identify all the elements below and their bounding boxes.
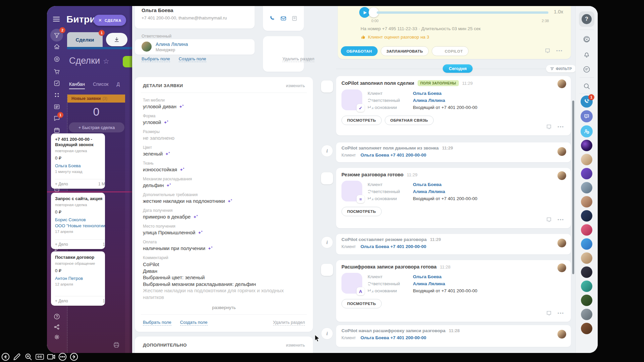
avatar[interactable] <box>557 147 566 156</box>
comment-icon[interactable] <box>544 48 551 54</box>
feedback-button[interactable]: ОБРАТНАЯ СВЯЗЬ <box>385 116 434 125</box>
avatar[interactable] <box>581 140 592 151</box>
copilot-button[interactable]: COPILOT <box>432 46 469 56</box>
responsible-link[interactable]: Алина Лялина <box>413 280 445 287</box>
avatar[interactable] <box>581 295 592 306</box>
chat-lines-icon[interactable] <box>581 64 592 75</box>
tasks-icon[interactable] <box>52 79 61 87</box>
more-icon[interactable] <box>58 352 67 361</box>
deal-contact-link[interactable]: Антон Петров <box>55 276 105 281</box>
avatar[interactable] <box>557 330 566 339</box>
pencil-icon[interactable] <box>12 352 21 361</box>
avatar[interactable] <box>581 238 592 250</box>
field-value[interactable]: угловой диван <box>143 104 176 109</box>
playback-speed[interactable]: 1.0x <box>554 9 563 14</box>
phone-icon[interactable] <box>269 15 276 22</box>
apps-icon[interactable] <box>52 90 61 99</box>
target-icon[interactable] <box>52 55 61 63</box>
timeline-scrollbar[interactable] <box>572 101 574 274</box>
cc-icon[interactable] <box>35 352 44 361</box>
gear-icon[interactable] <box>52 333 61 341</box>
more-menu-icon[interactable]: ••• <box>557 311 564 316</box>
telephony-button[interactable]: 1 <box>581 96 593 108</box>
add-todo-link[interactable]: + Дело <box>55 182 68 186</box>
deal-contact-link[interactable]: Борис Соколов <box>55 217 105 222</box>
avatar[interactable] <box>581 154 592 165</box>
timeline-filter-button[interactable]: ФИЛЬТР <box>546 65 576 72</box>
filter-icon[interactable]: 2 <box>50 29 63 42</box>
create-field-link[interactable]: Создать поле <box>180 320 208 325</box>
view-button[interactable]: ПОСМОТРЕТЬ <box>341 299 382 308</box>
view-button[interactable]: ПОСМОТРЕТЬ <box>341 116 382 125</box>
today-chip[interactable]: Сегодня <box>443 64 473 73</box>
avatar[interactable] <box>581 224 592 236</box>
printer-icon[interactable] <box>113 341 120 350</box>
delete-section-link[interactable]: Удалить раздел <box>282 56 314 62</box>
field-value[interactable]: примерно в декабре <box>143 214 191 220</box>
audio-track[interactable] <box>377 11 548 14</box>
cart-icon[interactable] <box>52 67 61 76</box>
home-icon[interactable] <box>52 42 61 51</box>
add-todo-link[interactable]: + Дело <box>55 299 68 303</box>
client-link[interactable]: Ольга Боева +7 401 200-00-00 <box>361 244 426 249</box>
avatar[interactable] <box>557 263 566 272</box>
kanban-column-header[interactable]: Новые заявки (3) <box>67 95 125 103</box>
add-todo-link[interactable]: + Дело <box>55 242 68 247</box>
avatar[interactable] <box>581 196 592 207</box>
deal-card[interactable]: Запрос с сайта, акция повторная сделка 0… <box>51 193 105 249</box>
close-icon[interactable]: ✕ <box>98 18 102 23</box>
avatar[interactable] <box>557 171 566 180</box>
edit-section-link[interactable]: изменить <box>286 83 305 88</box>
collapse-panel-button[interactable] <box>106 33 127 46</box>
avatar[interactable] <box>557 79 566 88</box>
favorite-star-icon[interactable]: ☆ <box>103 57 109 65</box>
avatar[interactable] <box>581 309 592 320</box>
deal-contact-link[interactable]: Ольга Боева <box>55 163 105 168</box>
person-status-button[interactable] <box>581 125 593 137</box>
field-value[interactable]: жесткие накладки на подлокотники <box>143 198 225 204</box>
back-icon[interactable] <box>1 352 10 361</box>
avatar[interactable] <box>581 252 592 264</box>
avatar[interactable] <box>581 168 592 179</box>
comment-icon[interactable] <box>546 310 552 316</box>
avatar[interactable] <box>581 266 592 278</box>
field-value[interactable]: угловой <box>143 119 161 125</box>
more-menu-icon[interactable]: ••• <box>557 217 564 222</box>
quick-deal-button[interactable]: + Быстрая сделка <box>69 122 124 132</box>
chat-icon[interactable]: 1 <box>52 114 61 122</box>
search-icon[interactable] <box>581 80 592 92</box>
bell-icon[interactable] <box>581 49 592 60</box>
processed-button[interactable]: ОБРАБОТАН <box>341 46 378 56</box>
choose-field-link[interactable]: Выбрать поле <box>142 56 170 62</box>
client-contacts[interactable]: +7 401 200-00-00, thatsme@thatsmymail.ru <box>142 15 248 20</box>
note-icon[interactable] <box>291 15 298 22</box>
deal-card[interactable]: +7 401 200-00-00 - Входящий звонок повто… <box>51 133 105 189</box>
delete-section-link[interactable]: Удалить раздел <box>273 320 305 325</box>
choose-field-link[interactable]: Выбрать поле <box>143 320 171 325</box>
tab-list[interactable]: Список <box>93 81 109 89</box>
field-value[interactable]: износостойкая <box>143 167 177 172</box>
avatar[interactable] <box>581 323 592 334</box>
menu-icon[interactable] <box>53 17 60 22</box>
client-link[interactable]: Ольга Боева +7 401 200-00-00 <box>361 335 426 340</box>
field-value[interactable]: зеленый <box>143 151 163 157</box>
avatar[interactable] <box>581 210 592 222</box>
share-icon[interactable] <box>52 322 61 331</box>
expand-link[interactable]: развернуть <box>143 305 305 310</box>
client-link[interactable]: Ольга Боева <box>413 273 441 280</box>
tab-kanban[interactable]: Канбан <box>69 81 85 89</box>
client-link[interactable]: Ольга Боева <box>413 181 441 188</box>
view-button[interactable]: ПОСМОТРЕТЬ <box>341 207 382 216</box>
comment-icon[interactable] <box>546 217 552 223</box>
client-link[interactable]: Ольга Боева +7 401 200-00-00 <box>361 153 426 158</box>
tab-more[interactable]: Д <box>116 81 119 89</box>
copilot-icon[interactable] <box>581 34 592 45</box>
responsible-card[interactable]: Алина Лялина Менеджер <box>135 39 255 55</box>
more-menu-icon[interactable]: ••• <box>557 124 564 129</box>
avatar[interactable] <box>581 281 592 292</box>
field-value[interactable]: наличными при получении <box>143 245 205 251</box>
responsible-link[interactable]: Алина Лялина <box>413 188 445 195</box>
zoom-icon[interactable] <box>24 352 33 361</box>
deal-company-link[interactable]: ООО "Новые технологии <box>55 223 105 228</box>
deals-tab[interactable]: Сделки 1 <box>67 32 103 47</box>
